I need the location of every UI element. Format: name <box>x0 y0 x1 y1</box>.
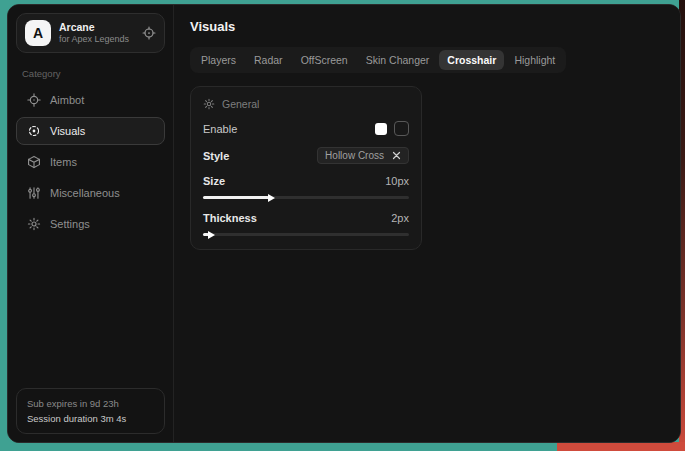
crosshair-icon <box>27 93 41 107</box>
tab-offscreen[interactable]: OffScreen <box>293 50 356 70</box>
style-dropdown[interactable]: Hollow Cross <box>317 147 409 164</box>
brand-text: Arcane for Apex Legends <box>59 21 129 45</box>
sub-expires-text: Sub expires in 9d 23h <box>27 396 154 411</box>
tab-crosshair[interactable]: Crosshair <box>439 50 504 70</box>
app-window: A Arcane for Apex Legends Category <box>7 4 681 443</box>
style-label: Style <box>203 150 229 162</box>
brand-card: A Arcane for Apex Legends <box>16 13 165 53</box>
sidebar-item-aimbot[interactable]: Aimbot <box>16 86 165 114</box>
sidebar-item-miscellaneous[interactable]: Miscellaneous <box>16 179 165 207</box>
sliders-icon <box>27 186 41 200</box>
app-logo: A <box>25 20 51 46</box>
app-title: Arcane <box>59 21 129 34</box>
thickness-row: Thickness 2px <box>203 212 409 224</box>
tab-bar: Players Radar OffScreen Skin Changer Cro… <box>190 47 566 73</box>
sidebar-item-label: Miscellaneous <box>50 187 120 199</box>
sidebar-item-label: Visuals <box>50 125 85 137</box>
tab-highlight[interactable]: Highlight <box>506 50 563 70</box>
sidebar-item-visuals[interactable]: Visuals <box>16 117 165 145</box>
gear-icon <box>27 217 41 231</box>
section-title: General <box>222 98 259 110</box>
enable-label: Enable <box>203 123 237 135</box>
enable-checkbox[interactable] <box>394 121 409 136</box>
thickness-value: 2px <box>391 212 409 224</box>
size-slider[interactable] <box>203 196 409 199</box>
backdrop-bottom-right-edge <box>557 442 685 451</box>
category-label: Category <box>22 68 159 79</box>
sidebar: A Arcane for Apex Legends Category <box>8 5 174 442</box>
tab-skin-changer[interactable]: Skin Changer <box>358 50 438 70</box>
tab-players[interactable]: Players <box>193 50 244 70</box>
main-content: Visuals Players Radar OffScreen Skin Cha… <box>174 5 680 442</box>
style-row: Style Hollow Cross <box>203 147 409 164</box>
size-row: Size 10px <box>203 175 409 187</box>
general-panel: General Enable Style Hollow Cross <box>190 86 422 250</box>
size-label: Size <box>203 175 225 187</box>
tab-radar[interactable]: Radar <box>246 50 291 70</box>
sidebar-item-label: Aimbot <box>50 94 84 106</box>
clear-icon[interactable] <box>392 151 401 160</box>
session-duration-text: Session duration 3m 4s <box>27 411 154 426</box>
app-subtitle: for Apex Legends <box>59 34 129 45</box>
color-swatch[interactable] <box>375 123 387 135</box>
size-slider-fill <box>203 196 269 199</box>
subscription-info: Sub expires in 9d 23h Session duration 3… <box>16 388 165 434</box>
sidebar-item-label: Settings <box>50 218 90 230</box>
sidebar-item-settings[interactable]: Settings <box>16 210 165 238</box>
thickness-slider-fill <box>203 233 209 236</box>
sidebar-item-items[interactable]: Items <box>16 148 165 176</box>
enable-row: Enable <box>203 121 409 136</box>
style-value: Hollow Cross <box>325 150 384 161</box>
sidebar-nav: Aimbot Visuals Items <box>16 86 165 238</box>
scan-eye-icon <box>27 124 41 138</box>
thickness-slider[interactable] <box>203 233 409 236</box>
page-title: Visuals <box>190 19 664 34</box>
section-header: General <box>203 98 409 110</box>
package-icon <box>27 155 41 169</box>
enable-controls <box>375 121 409 136</box>
thickness-label: Thickness <box>203 212 257 224</box>
gear-icon <box>203 98 215 110</box>
sidebar-item-label: Items <box>50 156 77 168</box>
target-icon[interactable] <box>142 26 156 40</box>
size-value: 10px <box>385 175 409 187</box>
